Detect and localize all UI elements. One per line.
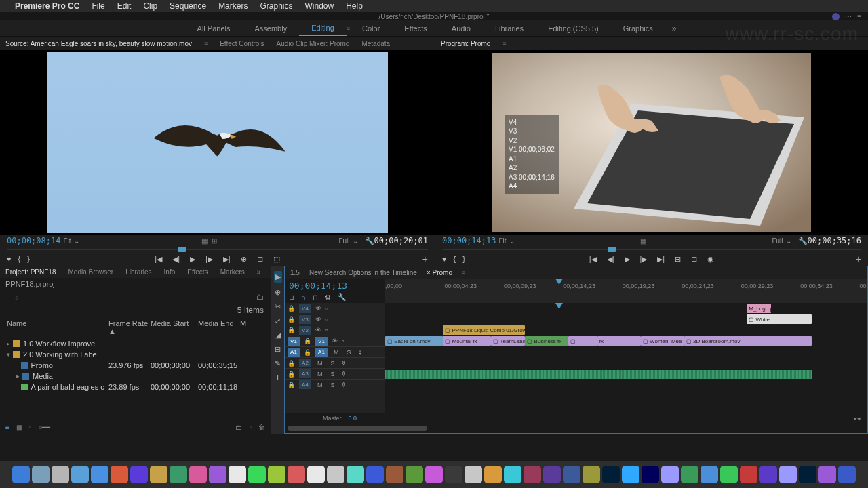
audio-clip-mixer-tab[interactable]: Audio Clip Mixer: Promo xyxy=(277,40,350,47)
timeline-clip[interactable]: fx xyxy=(597,336,641,346)
source-wrench-icon[interactable]: 🔧 xyxy=(365,237,374,245)
program-step-back-icon[interactable]: ◀| xyxy=(607,255,614,264)
timeline-wrench-icon[interactable]: 🔧 xyxy=(338,293,346,301)
source-in-icon[interactable]: { xyxy=(18,255,21,263)
source-export-icon[interactable]: ⬚ xyxy=(273,255,280,264)
video-track-header[interactable]: 🔒V3👁▫ xyxy=(285,314,385,325)
program-goto-out-icon[interactable]: ▶| xyxy=(657,255,665,264)
source-scrubber[interactable] xyxy=(7,247,428,252)
workspace-allpanels[interactable]: All Panels xyxy=(185,22,243,35)
program-scrubber[interactable] xyxy=(442,247,861,252)
project-overflow-icon[interactable]: » xyxy=(257,268,261,276)
video-track-header[interactable]: V1🔒V1👁▫ xyxy=(285,336,385,346)
dock-app-icon[interactable] xyxy=(524,466,541,483)
dock-app-icon[interactable] xyxy=(327,466,344,483)
program-tab-menu[interactable]: ≡ xyxy=(502,40,506,47)
titlebar-hamburger-icon[interactable]: ≡ xyxy=(857,13,861,20)
dock-app-icon[interactable] xyxy=(779,466,797,483)
program-step-fwd-icon[interactable]: |▶ xyxy=(640,255,648,264)
list-view-icon[interactable]: ≡ xyxy=(5,424,9,431)
program-quality-select[interactable]: Full xyxy=(772,237,783,245)
dock-app-icon[interactable] xyxy=(425,466,443,483)
dock-app-icon[interactable] xyxy=(838,466,856,483)
titlebar-dots-icon[interactable]: ⋯ xyxy=(845,13,852,20)
project-row[interactable]: Promo23.976 fps00;00;00;0000;00;35;15 xyxy=(0,360,271,371)
markers-menu[interactable]: Markers xyxy=(212,1,254,11)
program-extract-icon[interactable]: ⊡ xyxy=(691,255,697,264)
source-toggle-icons[interactable]: ▦⊞ xyxy=(201,237,217,245)
program-goto-in-icon[interactable]: |◀ xyxy=(589,255,597,264)
timeline-playhead[interactable] xyxy=(559,279,559,303)
media-browser-tab[interactable]: Media Browser xyxy=(68,268,113,276)
dock-app-icon[interactable] xyxy=(150,466,167,483)
timeline-track-area[interactable]: M_Logo.png▢ White▢ PPNF18 Liquid Comp 01… xyxy=(385,303,867,413)
dock-app-icon[interactable] xyxy=(111,466,128,483)
dock-app-icon[interactable] xyxy=(661,466,679,483)
dock-app-icon[interactable] xyxy=(406,466,423,483)
metadata-tab[interactable]: Metadata xyxy=(361,40,390,47)
program-lift-icon[interactable]: ⊟ xyxy=(675,255,681,264)
timeline-scrollbar[interactable] xyxy=(285,424,867,433)
dock-app-icon[interactable] xyxy=(543,466,561,483)
dock-app-icon[interactable] xyxy=(583,466,600,483)
timeline-tab-menu[interactable]: ≡ xyxy=(462,269,465,276)
workspace-graphics[interactable]: Graphics xyxy=(611,22,665,35)
dock-app-icon[interactable] xyxy=(701,466,718,483)
source-fit-select[interactable]: Fit xyxy=(63,237,71,245)
chevron-down-icon[interactable]: ⌄ xyxy=(74,237,79,245)
dock-app-icon[interactable] xyxy=(760,466,777,483)
clip-menu[interactable]: Clip xyxy=(137,1,163,11)
timeline-clip[interactable]: ▢ Eagle on t.mov xyxy=(385,336,443,346)
dock-app-icon[interactable] xyxy=(740,466,757,483)
video-track-header[interactable]: 🔒V4👁▫ xyxy=(285,303,385,314)
timeline-clip[interactable]: ▢ White xyxy=(747,314,812,324)
timeline-tab-promo[interactable]: × Promo xyxy=(427,269,452,277)
app-menu[interactable]: Premiere Pro CC xyxy=(9,1,85,11)
effects-tab[interactable]: Effects xyxy=(187,268,208,276)
dock-app-icon[interactable] xyxy=(189,466,207,483)
video-track-header[interactable]: 🔒V2👁▫ xyxy=(285,325,385,336)
timeline-ruler[interactable]: ;00;0000;00;04;2300;00;09;2300;00;14;230… xyxy=(385,279,867,303)
workspace-color[interactable]: Color xyxy=(350,22,392,35)
source-goto-out-icon[interactable]: ▶| xyxy=(223,255,231,264)
dock-app-icon[interactable] xyxy=(71,466,89,483)
master-track-value[interactable]: 0.0 xyxy=(349,415,357,422)
project-row[interactable]: A pair of bald eagles c23.89 fps00;00;00… xyxy=(0,382,271,392)
workspace-editing[interactable]: Editing xyxy=(299,21,347,36)
project-search-input[interactable] xyxy=(16,291,251,302)
marker-add-icon[interactable]: ⊓ xyxy=(313,293,318,301)
libraries-tab[interactable]: Libraries xyxy=(125,268,151,276)
source-insert-icon[interactable]: ⊕ xyxy=(241,255,247,264)
project-row[interactable]: ▸1.0 Workflow Improve xyxy=(0,338,271,349)
type-tool-icon[interactable]: T xyxy=(275,373,280,382)
graphics-menu[interactable]: Graphics xyxy=(254,1,298,11)
source-step-fwd-icon[interactable]: |▶ xyxy=(205,255,213,264)
delete-icon[interactable]: 🗑 xyxy=(258,424,265,431)
program-timecode-in[interactable]: 00;00;14;13 xyxy=(442,236,496,245)
snap-icon[interactable]: ⊔ xyxy=(289,293,294,301)
source-timecode-in[interactable]: 00;00;08;14 xyxy=(7,236,60,245)
program-add-button-icon[interactable]: + xyxy=(856,253,861,264)
dock-app-icon[interactable] xyxy=(307,466,325,483)
dock-app-icon[interactable] xyxy=(130,466,148,483)
selection-tool-icon[interactable]: ▶ xyxy=(274,271,282,283)
dock-app-icon[interactable] xyxy=(386,466,403,483)
workspace-effects[interactable]: Effects xyxy=(392,22,439,35)
help-menu[interactable]: Help xyxy=(340,1,369,11)
dock-app-icon[interactable] xyxy=(465,466,482,483)
linked-selection-icon[interactable]: ∩ xyxy=(301,293,306,301)
workspace-editing-cs55[interactable]: Editing (CS5.5) xyxy=(536,22,611,35)
dock-app-icon[interactable] xyxy=(52,466,69,483)
dock-app-icon[interactable] xyxy=(91,466,108,483)
dock-app-icon[interactable] xyxy=(170,466,187,483)
timeline-tab-1[interactable]: 1.5 xyxy=(290,269,300,277)
source-play-icon[interactable]: ▶ xyxy=(190,255,195,264)
audio-track-header[interactable]: 🔒A4MS🎙 xyxy=(285,379,385,390)
effect-controls-tab[interactable]: Effect Controls xyxy=(220,40,264,47)
dock-app-icon[interactable] xyxy=(12,466,30,483)
audio-track-header[interactable]: 🔒A2MS🎙 xyxy=(285,357,385,368)
dock-app-icon[interactable] xyxy=(504,466,521,483)
timeline-clip[interactable]: ▢ PPNF18 Liquid Comp 01/Growth.aep xyxy=(443,325,525,335)
audio-track-header[interactable]: 🔒A3MS🎙 xyxy=(285,368,385,379)
markers-tab[interactable]: Markers xyxy=(220,268,245,276)
